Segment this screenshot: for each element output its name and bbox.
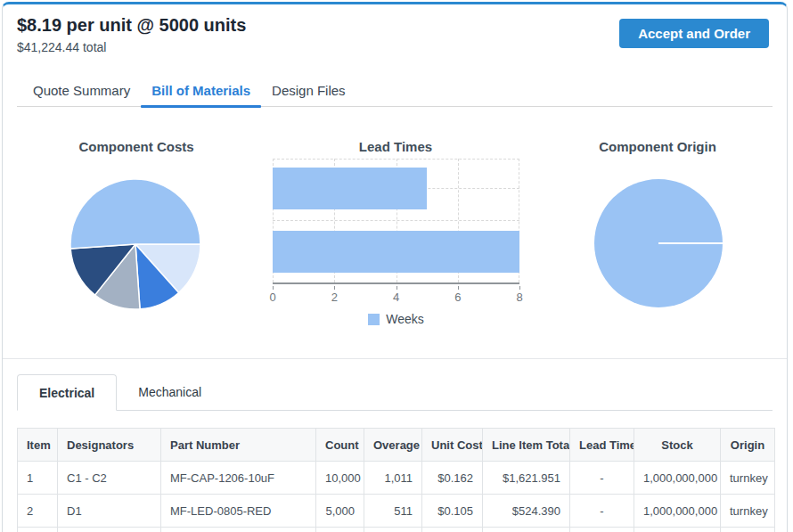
cell: 511 — [364, 495, 422, 528]
cell: MF-CAP-1206-10uF — [161, 462, 316, 495]
column-header-designators: Designators — [58, 429, 161, 462]
cell: MF-LED-0805-RED — [161, 495, 316, 528]
cell — [316, 528, 364, 532]
lead-times-bar-chart — [273, 159, 519, 284]
lead-time-bar[interactable] — [273, 231, 519, 273]
quote-header: $8.19 per unit @ 5000 units $41,224.44 t… — [3, 4, 787, 74]
cell — [422, 528, 483, 532]
cell: 1,000,000,000 — [634, 462, 721, 495]
axis-tick — [396, 286, 397, 290]
cell: $524.390 — [483, 495, 570, 528]
tab-bill-of-materials[interactable]: Bill of Materials — [141, 74, 261, 106]
legend-label: Weeks — [386, 312, 424, 326]
column-header-origin: Origin — [721, 429, 775, 462]
cell — [364, 528, 422, 532]
cell — [161, 528, 316, 532]
x-axis-label: 8 — [516, 291, 522, 304]
cell: 1,011 — [364, 462, 422, 495]
table-row: 2D1MF-LED-0805-RED5,000511$0.105$524.390… — [18, 495, 775, 528]
lead-time-bar[interactable] — [273, 168, 427, 209]
chart-title-component-origin: Component Origin — [525, 139, 790, 154]
table-row: 1C1 - C2MF-CAP-1206-10uF10,0001,011$0.16… — [18, 462, 775, 495]
cell: $1,621.951 — [483, 462, 570, 495]
cell: $0.105 — [422, 495, 483, 528]
accept-and-order-button[interactable]: Accept and Order — [619, 19, 769, 48]
column-header-unit-cost: Unit Cost — [422, 429, 483, 462]
cell: 10,000 — [316, 462, 364, 495]
cell: turnkey — [721, 495, 775, 528]
axis-tick — [273, 286, 274, 290]
x-axis-label: 2 — [331, 291, 338, 304]
cell: 1 — [18, 462, 58, 495]
column-header-count: Count — [316, 429, 364, 462]
cell: $0.162 — [422, 462, 483, 495]
column-header-lead-time: Lead Time — [570, 429, 634, 462]
chart-legend: Weeks — [273, 312, 519, 326]
component-costs-pie[interactable] — [69, 177, 202, 311]
tab-design-files[interactable]: Design Files — [261, 74, 356, 106]
legend-swatch — [368, 314, 380, 325]
axis-tick — [458, 286, 459, 290]
cell — [18, 528, 58, 532]
header-row: ItemDesignatorsPart NumberCountOverageUn… — [18, 429, 775, 462]
cell — [58, 528, 161, 532]
bom-tabs: ElectricalMechanical — [17, 374, 773, 411]
tab-mechanical[interactable]: Mechanical — [117, 374, 223, 410]
column-header-overage: Overage — [364, 429, 422, 462]
cell: turnkey — [721, 462, 775, 495]
cell — [721, 528, 775, 532]
x-axis-label: 4 — [393, 291, 399, 304]
x-axis-label: 6 — [454, 291, 461, 304]
cell: 5,000 — [316, 495, 364, 528]
charts-section: Component CostsLead TimesComponent Origi… — [3, 107, 787, 359]
column-header-line-item-total: Line Item Total — [483, 429, 570, 462]
table-row — [18, 528, 775, 532]
cell — [570, 528, 634, 532]
column-header-item: Item — [18, 429, 58, 462]
column-header-part-number: Part Number — [161, 429, 316, 462]
cell: 2 — [18, 495, 58, 528]
quote-card: $8.19 per unit @ 5000 units $41,224.44 t… — [2, 2, 788, 532]
pie-slice[interactable] — [70, 179, 200, 249]
tab-quote-summary[interactable]: Quote Summary — [17, 74, 141, 106]
tab-electrical[interactable]: Electrical — [17, 374, 117, 411]
chart-title-lead-times: Lead Times — [266, 139, 525, 154]
cell — [634, 528, 721, 532]
axis-tick — [519, 286, 520, 290]
axis-tick — [334, 286, 335, 290]
chart-title-component-costs: Component Costs — [3, 139, 270, 154]
column-header-stock: Stock — [634, 429, 721, 462]
cell — [483, 528, 570, 532]
cell: D1 — [58, 495, 161, 528]
x-axis-label: 0 — [269, 291, 275, 304]
cell: - — [570, 495, 634, 528]
cell: 1,000,000,000 — [634, 495, 721, 528]
bom-table: ItemDesignatorsPart NumberCountOverageUn… — [17, 428, 775, 532]
quote-tabs: Quote SummaryBill of MaterialsDesign Fil… — [17, 74, 773, 107]
cell: C1 - C2 — [58, 462, 161, 495]
cell: - — [570, 462, 634, 495]
component-origin-pie[interactable] — [593, 177, 724, 309]
